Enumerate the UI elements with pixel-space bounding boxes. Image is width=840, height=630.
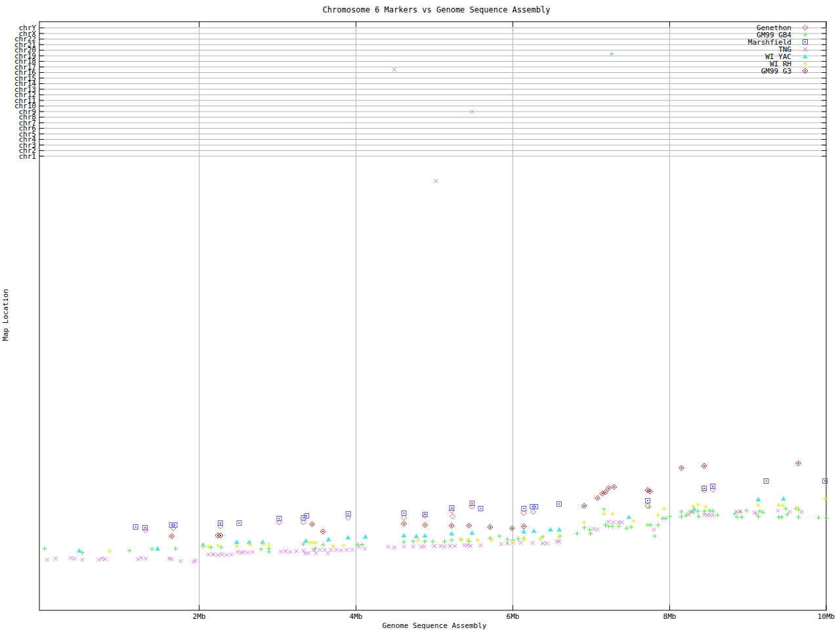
data-point: [469, 504, 474, 509]
plus-glyph: [610, 52, 614, 56]
square-center-dot: [451, 507, 452, 509]
cross-glyph: [363, 547, 367, 551]
asterisk-glyph: [108, 549, 112, 554]
triangle-glyph: [521, 529, 526, 534]
data-point: [738, 510, 743, 514]
data-point: [321, 543, 326, 547]
data-point: [326, 537, 331, 541]
triangle-glyph: [346, 535, 351, 539]
data-point: [306, 551, 310, 555]
plus-glyph: [696, 514, 701, 519]
data-point: [711, 509, 715, 514]
plus-glyph: [587, 528, 592, 532]
data-point: [629, 525, 633, 530]
data-point: [442, 539, 447, 544]
cross-glyph: [545, 541, 549, 545]
series-tng: [45, 68, 804, 564]
cross-glyph: [541, 541, 545, 545]
cross-glyph: [776, 509, 780, 513]
data-point: [541, 541, 545, 545]
data-point: [173, 523, 177, 528]
asterisk-glyph: [823, 497, 828, 501]
cross-glyph: [318, 548, 322, 552]
data-point: [596, 528, 600, 532]
cross-glyph: [178, 559, 182, 563]
asterisk-glyph: [266, 543, 271, 547]
data-point: [612, 484, 617, 490]
diamond-center-dot: [583, 505, 585, 507]
cross-glyph: [350, 548, 354, 552]
cross-glyph: [592, 527, 596, 531]
plus-glyph: [656, 523, 660, 528]
y-axis-title: Map Location: [1, 289, 10, 341]
data-point: [756, 514, 761, 519]
square-center-dot: [712, 486, 713, 487]
square-center-dot: [171, 524, 173, 526]
data-point: [434, 179, 438, 183]
square-center-dot: [238, 522, 240, 524]
data-point: [824, 516, 829, 520]
legend-label: GM99 G3: [761, 67, 791, 75]
data-point: [478, 507, 483, 511]
triangle-glyph: [155, 546, 160, 551]
data-point: [780, 515, 784, 520]
data-point: [532, 528, 537, 533]
cross-glyph: [799, 510, 803, 514]
cross-glyph: [432, 544, 436, 548]
data-point: [557, 535, 562, 539]
data-point: [234, 544, 239, 549]
square-center-dot: [135, 526, 136, 528]
data-point: [602, 507, 606, 512]
legend-marker: [803, 47, 807, 51]
plot-frame: [39, 22, 826, 610]
data-point: [401, 521, 406, 526]
diamond-center-dot: [220, 535, 221, 536]
triangle-glyph: [469, 530, 474, 535]
data-point: [236, 550, 240, 554]
data-point: [72, 556, 76, 560]
cross-glyph: [439, 544, 443, 548]
data-point: [509, 526, 514, 531]
triangle-glyph: [414, 534, 419, 538]
asterisk-glyph: [776, 503, 781, 508]
data-point: [401, 515, 406, 520]
data-point: [521, 529, 526, 534]
cross-glyph: [392, 68, 396, 72]
plus-glyph: [744, 509, 749, 513]
data-point: [448, 544, 452, 548]
x-axis-title: Genome Sequence Assembly: [383, 621, 487, 630]
cross-glyph: [229, 553, 233, 556]
data-point: [548, 527, 553, 532]
diamond-glyph: [450, 514, 455, 519]
data-point: [432, 544, 436, 548]
data-point: [335, 548, 339, 552]
cross-glyph: [329, 548, 333, 552]
data-point: [450, 514, 455, 519]
triangle-glyph: [548, 527, 553, 532]
data-point: [557, 502, 562, 507]
cross-glyph: [530, 541, 534, 545]
plus-glyph: [497, 534, 502, 539]
data-point: [401, 533, 406, 537]
data-point: [702, 486, 707, 491]
square-center-dot: [220, 522, 221, 524]
plus-glyph: [321, 543, 326, 547]
data-point: [237, 521, 242, 526]
square-center-dot: [144, 527, 146, 528]
triangle-glyph: [401, 533, 406, 537]
series-genethon: [143, 487, 715, 533]
plus-glyph: [816, 516, 821, 520]
cross-glyph: [448, 544, 452, 548]
cross-glyph: [103, 557, 107, 561]
data-point: [735, 515, 740, 520]
plus-glyph: [616, 524, 621, 529]
data-point: [582, 526, 587, 530]
plus-glyph: [402, 540, 406, 545]
series-marshfield: [133, 479, 827, 530]
data-point: [350, 548, 354, 552]
plus-glyph: [679, 510, 684, 514]
cross-glyph: [314, 551, 318, 555]
data-point: [646, 499, 650, 503]
x-tick-label: 6Mb: [507, 612, 520, 621]
data-point: [411, 545, 415, 549]
